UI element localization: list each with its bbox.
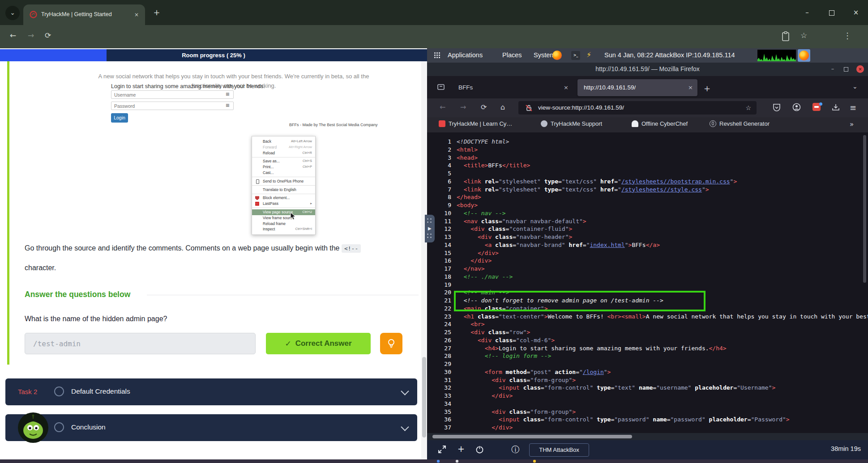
firefox-forward-icon[interactable]: → <box>460 103 466 111</box>
task-complete-radio[interactable] <box>54 387 64 396</box>
window-restore-button[interactable] <box>826 7 838 19</box>
thm-attackbox-button[interactable]: THM AttackBox <box>529 443 589 457</box>
bookmark-item[interactable]: TryHackMe | Learn Cy… <box>439 120 512 129</box>
list-all-tabs-icon[interactable]: ⌄ <box>852 83 858 90</box>
context-menu-item[interactable]: Reload frame <box>252 221 315 227</box>
tab-close-icon[interactable]: × <box>688 84 693 91</box>
firefox-active-task-icon[interactable] <box>798 49 810 62</box>
paragraph-code-chip: <!-- <box>342 244 361 253</box>
context-menu-item[interactable]: Translate to English <box>252 187 315 193</box>
power-icon[interactable] <box>475 445 484 454</box>
tab-close-icon[interactable]: × <box>133 11 141 19</box>
firefox-menu-icon[interactable]: ≡ <box>850 103 856 112</box>
source-line: 32 <input class="form-control" type="tex… <box>427 384 868 392</box>
account-icon[interactable] <box>792 103 801 111</box>
source-line: 18 <!-- ./nav --> <box>427 273 868 281</box>
firefox-window-titlebar[interactable]: http://10.49.161.59/ — Mozilla Firefox –… <box>427 63 868 76</box>
task-accordion-default-credentials[interactable]: Task 2 Default Credentials <box>5 378 417 405</box>
context-menu-item[interactable]: BackAlt+Left Arrow <box>252 139 315 144</box>
context-menu-item[interactable]: InspectCtrl+Shift+I <box>252 226 315 232</box>
page-scrollbar-thumb[interactable] <box>422 357 426 438</box>
terminal-icon[interactable]: >_ <box>571 51 580 60</box>
menu-places[interactable]: Places <box>502 51 522 59</box>
source-line: 36 <input class="form-control" type="pas… <box>427 416 868 424</box>
window-minimize-button[interactable]: – <box>801 7 813 19</box>
context-menu-item[interactable]: ReloadCtrl+R <box>252 150 315 156</box>
hint-button[interactable] <box>380 333 402 354</box>
menu-icon-spacer <box>255 227 259 231</box>
firefox-horizontal-scrollbar[interactable] <box>427 433 868 440</box>
menu-separator <box>252 194 315 194</box>
source-line: 6 <link rel="stylesheet" type="text/css"… <box>427 178 868 186</box>
menu-item-label: Send to OnePlus Phone <box>263 178 304 184</box>
bookmark-item[interactable]: Revshell Generator <box>710 120 770 129</box>
new-tab-button[interactable]: + <box>151 8 162 18</box>
input-adornment-icon: ▦ <box>226 103 230 107</box>
container-tabs-icon[interactable] <box>437 83 445 91</box>
source-line: 7 <link rel="stylesheet" type="text/css"… <box>427 186 868 194</box>
shield-icon <box>255 196 259 200</box>
flameshot-icon[interactable]: ⚡ <box>586 51 591 59</box>
firefox-address-bar[interactable]: view-source:http://10.49.161.59/ ☆ <box>518 101 757 115</box>
context-menu-item[interactable]: View page sourceCtrl+U <box>252 209 315 215</box>
menu-applications[interactable]: Applications <box>448 51 483 59</box>
zoom-in-icon[interactable]: + <box>458 444 465 454</box>
firefox-launcher-icon[interactable] <box>552 51 562 60</box>
firefox-home-icon[interactable]: ⌂ <box>500 103 505 111</box>
back-icon[interactable]: ← <box>10 31 16 40</box>
taskbar-app-icon[interactable] <box>456 460 458 463</box>
room-page: Welcome to BFFs! Room progress ( 25% ) A… <box>0 48 427 459</box>
broken-lock-icon[interactable] <box>526 104 532 111</box>
fullscreen-icon[interactable] <box>438 445 446 454</box>
task-accordion-conclusion[interactable]: Conclusion <box>5 414 417 441</box>
bookmarks-overflow-icon[interactable]: » <box>850 120 854 128</box>
clipboard-icon[interactable] <box>781 31 790 42</box>
sideload-icon[interactable] <box>832 103 840 111</box>
context-menu-item[interactable]: Block element... <box>252 195 315 201</box>
firefox-back-icon[interactable]: ← <box>440 103 445 111</box>
chef-icon <box>632 120 638 127</box>
bookmark-item[interactable]: Offline CyberChef <box>632 120 688 129</box>
firefox-reload-icon[interactable]: ⟳ <box>481 103 487 111</box>
taskbar-app-icon[interactable] <box>437 460 440 463</box>
answer-input[interactable] <box>25 333 256 354</box>
apps-grid-icon[interactable] <box>434 52 440 59</box>
context-menu-item[interactable]: View frame source <box>252 215 315 221</box>
chrome-menu-icon[interactable]: ⋮ <box>843 31 851 40</box>
menu-separator <box>252 157 315 157</box>
bookmark-item[interactable]: TryHackMe Support <box>541 120 602 129</box>
firefox-bookmark-star-icon[interactable]: ☆ <box>745 104 751 111</box>
context-menu-item[interactable]: Send to OnePlus Phone <box>252 178 315 184</box>
bookmark-star-icon[interactable]: ☆ <box>800 31 807 40</box>
pocket-icon[interactable] <box>773 103 781 112</box>
firefox-tab-bffs[interactable]: BFFs × <box>452 79 573 96</box>
task-complete-radio[interactable] <box>54 422 64 432</box>
context-menu-item[interactable]: Save as...Ctrl+S <box>252 158 315 164</box>
window-close-button[interactable]: × <box>850 7 862 19</box>
browser-tab[interactable]: TryHackMe | Getting Started × <box>23 4 145 25</box>
forward-icon[interactable]: → <box>28 31 34 40</box>
tab-close-icon[interactable]: × <box>564 84 569 91</box>
menu-item-label: View frame source <box>263 215 294 221</box>
correct-answer-button[interactable]: ✓ Correct Answer <box>266 333 371 354</box>
info-icon[interactable]: ⓘ <box>511 444 519 455</box>
firefox-close-icon[interactable]: × <box>856 65 864 73</box>
context-menu-item[interactable]: LastPass▸ <box>252 201 315 207</box>
tab-search-button[interactable]: ⌄ <box>5 6 20 20</box>
context-menu-item[interactable]: ForwardAlt+Right Arrow <box>252 144 315 150</box>
context-menu-item[interactable]: Print...Ctrl+P <box>252 164 315 170</box>
source-line: 5 <box>427 170 868 178</box>
firefox-tab-active[interactable]: http://10.49.161.59/ × <box>577 79 697 96</box>
taskbar-app-icon[interactable] <box>533 460 536 463</box>
firefox-new-tab-icon[interactable]: + <box>704 84 710 93</box>
firefox-vertical-scrollbar[interactable] <box>863 135 866 283</box>
collapse-arrow-icon[interactable]: ▶ <box>428 226 432 231</box>
firefox-minimize-icon[interactable]: – <box>828 65 837 72</box>
context-menu-item[interactable]: Cast... <box>252 170 315 176</box>
attackbox-view: Applications Places System >_ ⚡ Sun 4 Ja… <box>427 48 868 459</box>
bookmark-label: TryHackMe | Learn Cy… <box>449 120 512 127</box>
firefox-restore-icon[interactable] <box>842 65 851 73</box>
split-drag-handle[interactable]: ▶ <box>425 215 435 242</box>
network-monitor-graph <box>757 50 796 61</box>
reload-icon[interactable]: ⟳ <box>45 31 51 40</box>
